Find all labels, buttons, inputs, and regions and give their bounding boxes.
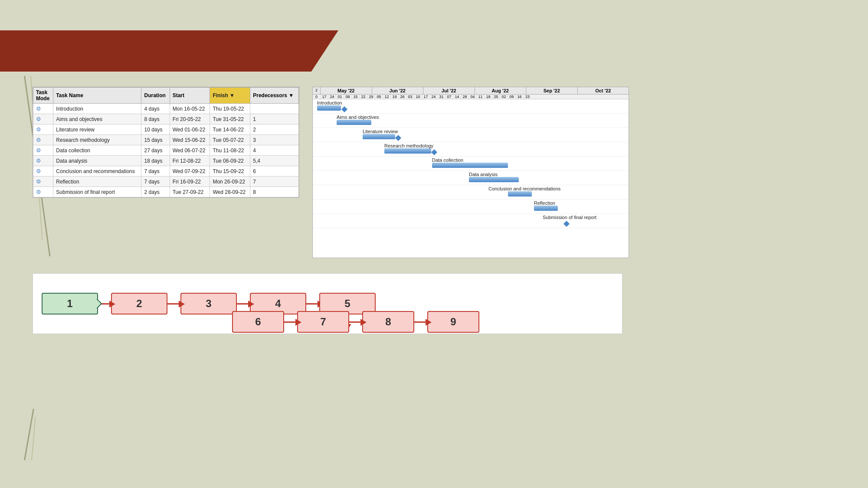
cell-duration: 27 days (141, 145, 170, 156)
month-jun: Jun '22 (372, 87, 424, 94)
cell-icon: ⚙ (33, 104, 53, 114)
month-aug: Aug '22 (475, 87, 527, 94)
arrow-3-4 (248, 301, 254, 308)
gantt-row-conclusion: Conclusion and recommendations (313, 185, 629, 200)
cell-predecessors: 1 (250, 114, 299, 124)
gantt-chart-container: 2 May '22 Jun '22 Jul '22 Aug '22 Sep '2… (312, 87, 629, 258)
table-row: ⚙ Data analysis 18 days Fri 12-08-22 Tue… (33, 156, 299, 166)
cell-predecessors: 5,4 (250, 156, 299, 166)
cell-finish: Thu 19-05-22 (210, 104, 250, 114)
col-task-mode: TaskMode (33, 88, 53, 104)
gantt-row-reflection: Reflection (313, 200, 629, 214)
cell-start: Fri 12-08-22 (170, 156, 210, 166)
cell-duration: 2 days (141, 187, 170, 197)
gantt-diamond-research (431, 149, 437, 155)
cell-start: Mon 16-05-22 (170, 104, 210, 114)
cell-predecessors: 7 (250, 177, 299, 187)
cell-icon: ⚙ (33, 166, 53, 177)
cell-task-name: Data analysis (53, 156, 141, 166)
cell-icon: ⚙ (33, 187, 53, 197)
cell-duration: 8 days (141, 114, 170, 124)
cell-icon: ⚙ (33, 145, 53, 156)
cell-task-name: Reflection (53, 177, 141, 187)
col-task-name: Task Name (53, 88, 141, 104)
cell-icon: ⚙ (33, 135, 53, 145)
gantt-bar-conclusion (508, 191, 532, 197)
cell-duration: 15 days (141, 135, 170, 145)
cell-icon: ⚙ (33, 114, 53, 124)
cell-predecessors (250, 104, 299, 114)
gantt-bar-litreview (363, 134, 395, 139)
month-may: May '22 (321, 87, 372, 94)
col-duration: Duration (141, 88, 170, 104)
table-row: ⚙ Reflection 7 days Fri 16-09-22 Mon 26-… (33, 177, 299, 187)
cell-duration: 7 days (141, 166, 170, 177)
gantt-bars-area: Introduction Aims and objectives Literat… (313, 99, 629, 247)
cell-duration: 7 days (141, 177, 170, 187)
cell-start: Fri 20-05-22 (170, 114, 210, 124)
gantt-row-introduction: Introduction (313, 99, 629, 114)
cell-start: Fri 16-09-22 (170, 177, 210, 187)
table-row: ⚙ Literature review 10 days Wed 01-06-22… (33, 124, 299, 135)
gantt-bar-reflection (534, 206, 558, 211)
gantt-diamond-litreview (395, 135, 401, 141)
gantt-label-aims: Aims and objectives (337, 115, 379, 120)
arrow-8-9 (426, 319, 432, 326)
gantt-label-litreview: Literature review (363, 129, 398, 134)
arrow-6-7 (295, 319, 301, 326)
cell-duration: 4 days (141, 104, 170, 114)
cell-finish: Thu 11-08-22 (210, 145, 250, 156)
flow-box-6: 6 (232, 311, 284, 333)
cell-task-name: Research methodology (53, 135, 141, 145)
date-numbers-row: 0 17 24 01 08 15 22 29 05 12 19 26 03 10… (313, 95, 629, 99)
gantt-bar-research (384, 148, 431, 154)
gantt-row-dataanalysis: Data analysis (313, 171, 629, 185)
month-jul: Jul '22 (423, 87, 475, 94)
flow-row-2: 6 7 8 9 (232, 311, 479, 333)
gantt-label-dataanalysis: Data analysis (469, 172, 498, 177)
flow-connector-6-7 (284, 321, 297, 323)
cell-predecessors: 6 (250, 166, 299, 177)
cell-finish: Mon 26-09-22 (210, 177, 250, 187)
month-oct: Oct '22 (578, 87, 629, 94)
gantt-label-datacollection: Data collection (432, 157, 463, 163)
gantt-label-introduction: Introduction (317, 100, 342, 105)
flow-box-8: 8 (362, 311, 414, 333)
table-row: ⚙ Introduction 4 days Mon 16-05-22 Thu 1… (33, 104, 299, 114)
flow-connector-8-9 (414, 321, 427, 323)
cell-task-name: Conclusion and recommendations (53, 166, 141, 177)
flow-connector-2-3 (167, 303, 180, 305)
flow-box-2: 2 (111, 293, 167, 314)
col-finish: Finish ▼ (210, 88, 250, 104)
cell-start: Wed 15-06-22 (170, 135, 210, 145)
flow-box-9: 9 (427, 311, 479, 333)
arrow-2-3 (179, 301, 185, 308)
gantt-label-conclusion: Conclusion and recommendations (488, 186, 560, 191)
flow-box-7: 7 (297, 311, 349, 333)
cell-start: Wed 01-06-22 (170, 124, 210, 135)
deco-lines-bottom (24, 408, 32, 462)
gantt-table-container: TaskMode Task Name Duration Start Finish… (33, 87, 299, 198)
cell-task-name: Data collection (53, 145, 141, 156)
flow-box-3: 3 (180, 293, 237, 314)
cell-finish: Tue 14-06-22 (210, 124, 250, 135)
gantt-bar-datacollection (432, 163, 508, 168)
cell-finish: Thu 15-09-22 (210, 166, 250, 177)
gantt-table: TaskMode Task Name Duration Start Finish… (33, 87, 299, 197)
cell-start: Wed 07-09-22 (170, 166, 210, 177)
gantt-label-submission: Submission of final report (543, 215, 596, 220)
gantt-bar-aims (337, 120, 371, 125)
cell-predecessors: 4 (250, 145, 299, 156)
gantt-row-litreview: Literature review (313, 128, 629, 142)
cell-duration: 10 days (141, 124, 170, 135)
table-row: ⚙ Aims and objectives 8 days Fri 20-05-2… (33, 114, 299, 124)
cell-predecessors: 8 (250, 187, 299, 197)
cell-finish: Tue 06-09-22 (210, 156, 250, 166)
header-banner (0, 30, 338, 72)
cell-predecessors: 3 (250, 135, 299, 145)
col-predecessors: Predecessors ▼ (250, 88, 299, 104)
flow-box-1: 1 (42, 293, 98, 314)
arrow-1-2 (109, 301, 115, 308)
cell-finish: Tue 05-07-22 (210, 135, 250, 145)
cell-predecessors: 2 (250, 124, 299, 135)
